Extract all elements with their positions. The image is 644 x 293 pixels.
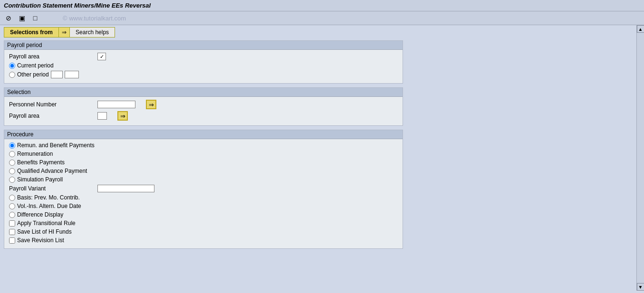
scroll-down-arrow[interactable]: ▼ <box>637 283 644 291</box>
current-period-radio[interactable] <box>9 63 15 69</box>
save-hi-funds-label: Save List of HI Funds <box>17 228 72 235</box>
procedure-option-2-row: Benefits Payments <box>9 159 398 166</box>
personnel-number-label: Personnel Number <box>9 101 95 108</box>
simulation-payroll-radio[interactable] <box>9 177 15 183</box>
difference-display-row: Difference Display <box>9 211 398 218</box>
selections-arrow-icon[interactable]: ⇒ <box>58 27 69 38</box>
info-icon[interactable]: □ <box>30 13 40 23</box>
scrollbar: ▲ ▼ <box>636 25 644 291</box>
selection-header: Selection <box>4 88 403 97</box>
simulation-payroll-label: Simulation Payroll <box>17 176 63 183</box>
selection-payroll-area-label: Payroll area <box>9 113 95 119</box>
other-period-label: Other period <box>17 71 49 78</box>
other-period-radio[interactable] <box>9 72 15 78</box>
selection-payroll-area-input[interactable] <box>97 112 107 120</box>
vol-ins-altern-label: Vol.-Ins. Altern. Due Date <box>17 203 81 209</box>
apply-transitional-row: Apply Transitional Rule <box>9 220 398 227</box>
save-revision-label: Save Revision List <box>17 237 64 244</box>
personnel-number-row: Personnel Number ⇒ <box>9 100 398 109</box>
vol-ins-altern-radio[interactable] <box>9 203 15 209</box>
personnel-number-arrow-btn[interactable]: ⇒ <box>146 100 156 109</box>
procedure-option-1-row: Remuneration <box>9 151 398 157</box>
other-period-input1[interactable] <box>51 71 63 78</box>
difference-display-radio[interactable] <box>9 212 15 218</box>
payroll-period-header: Payroll period <box>4 41 403 50</box>
save-revision-row: Save Revision List <box>9 237 398 244</box>
current-period-label: Current period <box>17 62 54 69</box>
difference-display-label: Difference Display <box>17 211 63 218</box>
selections-from-button[interactable]: Selections from <box>4 27 58 38</box>
payroll-area-checkbox[interactable]: ✓ <box>97 53 106 60</box>
remun-benefit-label: Remun. and Benefit Payments <box>17 142 95 149</box>
payroll-area-label: Payroll area <box>9 53 95 60</box>
apply-transitional-checkbox[interactable] <box>9 220 15 227</box>
payroll-variant-label: Payroll Variant <box>9 185 95 192</box>
selection-section: Selection Personnel Number ⇒ Payroll are… <box>4 87 403 126</box>
benefits-payments-radio[interactable] <box>9 160 15 166</box>
remuneration-label: Remuneration <box>17 151 53 157</box>
bookmark-icon[interactable]: ▣ <box>17 13 27 23</box>
basis-prev-mo-label: Basis: Prev. Mo. Contrib. <box>17 194 80 201</box>
payroll-period-section: Payroll period Payroll area ✓ Current pe… <box>4 40 403 84</box>
current-period-row: Current period <box>9 62 398 69</box>
procedure-option-4-row: Simulation Payroll <box>9 176 398 183</box>
basis-prev-mo-radio[interactable] <box>9 195 15 201</box>
procedure-section: Procedure Remun. and Benefit Payments Re… <box>4 130 403 249</box>
remun-benefit-radio[interactable] <box>9 142 15 149</box>
qualified-advance-radio[interactable] <box>9 168 15 174</box>
selection-payroll-area-arrow-btn[interactable]: ⇒ <box>117 111 128 121</box>
payroll-area-row: Payroll area ✓ <box>9 53 398 60</box>
watermark: © www.tutorialkart.com <box>63 15 126 22</box>
scroll-up-arrow[interactable]: ▲ <box>637 25 644 33</box>
qualified-advance-label: Qualified Advance Payment <box>17 168 87 174</box>
scroll-track[interactable] <box>637 33 644 283</box>
procedure-option-0-row: Remun. and Benefit Payments <box>9 142 398 149</box>
personnel-number-input[interactable] <box>97 101 135 108</box>
procedure-option-3-row: Qualified Advance Payment <box>9 168 398 174</box>
search-helps-button[interactable]: Search helps <box>69 27 115 38</box>
save-hi-funds-row: Save List of HI Funds <box>9 228 398 235</box>
title-bar: Contribution Statement Miners/Mine EEs R… <box>0 0 644 11</box>
apply-transitional-label: Apply Transitional Rule <box>17 220 76 227</box>
other-period-row: Other period <box>9 71 398 78</box>
selection-payroll-area-row: Payroll area ⇒ <box>9 111 398 121</box>
button-bar: Selections from ⇒ Search helps <box>4 27 633 38</box>
vol-ins-altern-row: Vol.-Ins. Altern. Due Date <box>9 203 398 209</box>
remuneration-radio[interactable] <box>9 151 15 157</box>
save-revision-checkbox[interactable] <box>9 237 15 244</box>
save-hi-funds-checkbox[interactable] <box>9 229 15 235</box>
benefits-payments-label: Benefits Payments <box>17 159 65 166</box>
toolbar: ⊘ ▣ □ © www.tutorialkart.com <box>0 11 644 25</box>
basis-prev-mo-row: Basis: Prev. Mo. Contrib. <box>9 194 398 201</box>
back-icon[interactable]: ⊘ <box>4 13 13 23</box>
other-period-input2[interactable] <box>65 71 79 78</box>
payroll-variant-row: Payroll Variant <box>9 185 398 192</box>
payroll-variant-input[interactable] <box>97 185 154 192</box>
procedure-header: Procedure <box>4 130 403 139</box>
